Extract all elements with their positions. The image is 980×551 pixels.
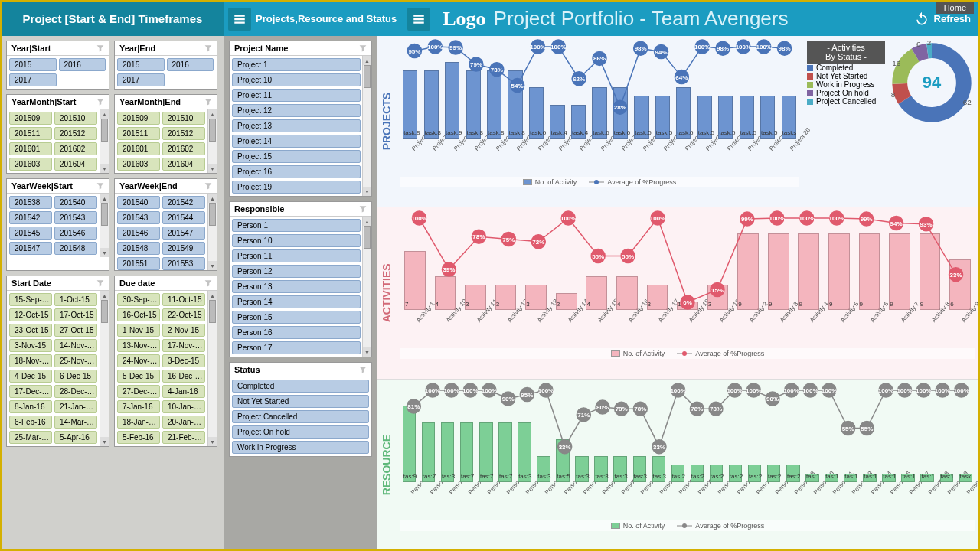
slicer-item[interactable]: 201512 [162,127,205,140]
slicer-item[interactable]: 8-Jan-16 [9,400,52,413]
slicer-item[interactable]: Project 19 [232,181,361,194]
slicer-item[interactable]: 7-Jan-16 [117,400,160,413]
scrollbar[interactable]: ▲▼ [100,194,109,257]
slicer-item[interactable]: 25-Mar-… [9,431,52,444]
slicer-item[interactable]: 5-Feb-16 [117,431,160,444]
slicer-item[interactable]: Project 16 [232,165,361,178]
slicer-item[interactable]: 201542 [162,196,205,209]
filter-icon[interactable] [96,182,104,190]
slicer-item[interactable]: 2017 [117,73,165,86]
slicer-item[interactable]: 27-Oct-15 [54,324,97,337]
slicer-item[interactable]: Project On hold [232,425,369,439]
slicer-item[interactable]: 201551 [117,257,160,270]
slicer-item[interactable]: 2015 [117,58,165,71]
hamburger-icon-2[interactable] [407,8,430,31]
slicer-item[interactable]: 2-Nov-15 [162,324,205,337]
slicer-item[interactable]: 17-Dec-… [9,385,52,398]
hamburger-icon-1[interactable] [228,8,251,31]
slicer-item[interactable]: Person 1 [232,219,361,232]
slicer-item[interactable]: Person 16 [232,326,361,339]
slicer-item[interactable]: 2016 [167,58,214,71]
slicer-item[interactable]: 201544 [162,211,205,224]
slicer-item[interactable]: Person 12 [232,265,361,278]
slicer-item[interactable]: 201604 [54,158,97,171]
slicer-item[interactable]: Completed [232,380,369,393]
slicer-item[interactable]: 2016 [59,58,106,71]
slicer-item[interactable]: 201546 [54,227,97,240]
slicer-item[interactable]: 15-Sep-… [9,293,52,306]
slicer-item[interactable]: 201602 [54,142,97,155]
slicer-item[interactable]: 201538 [9,196,52,209]
slicer-item[interactable]: Work in Progress [232,441,369,454]
slicer-item[interactable]: Person 14 [232,295,361,308]
slicer-item[interactable]: Person 17 [232,341,361,354]
filter-icon[interactable] [96,44,104,52]
slicer-item[interactable]: 18-Jan-… [117,416,160,429]
slicer-item[interactable]: 18-Nov-… [9,354,52,367]
slicer-item[interactable]: 28-Dec-… [54,385,97,398]
slicer-item[interactable]: 201510 [54,112,97,125]
slicer-item[interactable]: 201509 [117,112,160,125]
slicer-item[interactable]: Project 15 [232,150,361,163]
filter-icon[interactable] [359,205,367,213]
slicer-item[interactable]: 2015 [9,58,57,71]
home-button[interactable]: Home [936,2,974,14]
slicer-item[interactable]: 24-Nov-… [117,354,160,367]
slicer-item[interactable]: 201546 [117,227,160,240]
slicer-item[interactable]: 17-Oct-15 [54,308,97,321]
slicer-item[interactable]: 13-Nov-… [117,339,160,352]
slicer-item[interactable]: Project 12 [232,104,361,117]
filter-icon[interactable] [204,279,212,287]
slicer-item[interactable]: 22-Oct-15 [162,308,205,321]
slicer-item[interactable]: 27-Dec-… [117,385,160,398]
slicer-item[interactable]: 201511 [117,127,160,140]
filter-icon[interactable] [359,44,367,52]
slicer-item[interactable]: 1-Oct-15 [54,293,97,306]
slicer-item[interactable]: 25-Nov-… [54,354,97,367]
slicer-item[interactable]: 201512 [54,127,97,140]
slicer-item[interactable]: 5-Apr-16 [54,431,97,444]
scrollbar[interactable]: ▲▼ [207,109,217,173]
slicer-item[interactable]: 201540 [117,196,160,209]
slicer-item[interactable]: 1-Nov-15 [117,324,160,337]
slicer-item[interactable]: 201540 [54,196,97,209]
slicer-item[interactable]: 6-Dec-15 [54,370,97,383]
slicer-item[interactable]: 201509 [9,112,52,125]
slicer-item[interactable]: Project 10 [232,73,361,86]
scrollbar[interactable]: ▲▼ [362,56,371,196]
filter-icon[interactable] [204,182,212,190]
slicer-item[interactable]: 201602 [162,142,205,155]
slicer-item[interactable]: 12-Oct-15 [9,308,52,321]
slicer-item[interactable]: Project 14 [232,135,361,148]
scrollbar[interactable]: ▲▼ [100,109,109,173]
slicer-item[interactable]: 201553 [162,257,205,270]
slicer-item[interactable]: 14-Mar-… [54,416,97,429]
scrollbar[interactable]: ▲▼ [207,194,217,270]
slicer-item[interactable]: 21-Jan-… [54,400,97,413]
slicer-item[interactable]: 10-Jan-… [162,400,205,413]
slicer-item[interactable]: Person 10 [232,234,361,247]
filter-icon[interactable] [96,279,104,287]
slicer-item[interactable]: 201548 [117,242,160,255]
filter-icon[interactable] [359,366,367,373]
slicer-item[interactable]: 201543 [54,211,97,224]
slicer-item[interactable]: Person 13 [232,280,361,293]
slicer-item[interactable]: Project Cancelled [232,410,369,423]
slicer-item[interactable]: 3-Nov-15 [9,339,52,352]
slicer-item[interactable]: Person 11 [232,249,361,262]
slicer-item[interactable]: 201548 [54,242,97,255]
slicer-item[interactable]: 2017 [9,73,57,86]
slicer-item[interactable]: 20-Jan-… [162,416,205,429]
slicer-item[interactable]: 11-Oct-15 [162,293,205,306]
slicer-item[interactable]: 201601 [9,142,52,155]
slicer-item[interactable]: Project 13 [232,119,361,132]
slicer-item[interactable]: 201545 [9,227,52,240]
slicer-item[interactable]: 201510 [162,112,205,125]
filter-icon[interactable] [96,98,104,106]
slicer-item[interactable]: 201542 [9,211,52,224]
slicer-item[interactable]: 201543 [117,211,160,224]
slicer-item[interactable]: 16-Oct-15 [117,308,160,321]
slicer-item[interactable]: 201603 [117,158,160,171]
slicer-item[interactable]: 201511 [9,127,52,140]
slicer-item[interactable]: 201603 [9,158,52,171]
